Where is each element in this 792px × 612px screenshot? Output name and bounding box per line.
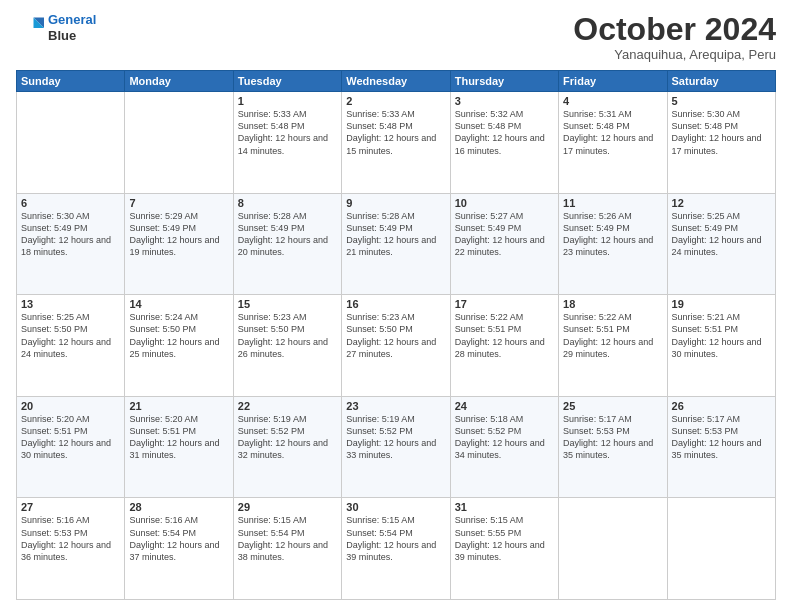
day-number: 24 bbox=[455, 400, 554, 412]
day-info: Sunrise: 5:27 AM Sunset: 5:49 PM Dayligh… bbox=[455, 210, 554, 259]
day-number: 8 bbox=[238, 197, 337, 209]
weekday-header-friday: Friday bbox=[559, 71, 667, 92]
calendar-cell: 10Sunrise: 5:27 AM Sunset: 5:49 PM Dayli… bbox=[450, 193, 558, 295]
day-info: Sunrise: 5:23 AM Sunset: 5:50 PM Dayligh… bbox=[346, 311, 445, 360]
day-number: 20 bbox=[21, 400, 120, 412]
calendar: SundayMondayTuesdayWednesdayThursdayFrid… bbox=[16, 70, 776, 600]
calendar-cell bbox=[667, 498, 775, 600]
calendar-cell: 23Sunrise: 5:19 AM Sunset: 5:52 PM Dayli… bbox=[342, 396, 450, 498]
calendar-cell: 16Sunrise: 5:23 AM Sunset: 5:50 PM Dayli… bbox=[342, 295, 450, 397]
location-subtitle: Yanaquihua, Arequipa, Peru bbox=[573, 47, 776, 62]
calendar-cell: 26Sunrise: 5:17 AM Sunset: 5:53 PM Dayli… bbox=[667, 396, 775, 498]
day-number: 5 bbox=[672, 95, 771, 107]
day-number: 30 bbox=[346, 501, 445, 513]
day-info: Sunrise: 5:30 AM Sunset: 5:48 PM Dayligh… bbox=[672, 108, 771, 157]
day-number: 3 bbox=[455, 95, 554, 107]
day-number: 23 bbox=[346, 400, 445, 412]
day-info: Sunrise: 5:15 AM Sunset: 5:54 PM Dayligh… bbox=[238, 514, 337, 563]
calendar-cell: 14Sunrise: 5:24 AM Sunset: 5:50 PM Dayli… bbox=[125, 295, 233, 397]
day-number: 11 bbox=[563, 197, 662, 209]
day-info: Sunrise: 5:20 AM Sunset: 5:51 PM Dayligh… bbox=[129, 413, 228, 462]
day-number: 9 bbox=[346, 197, 445, 209]
day-info: Sunrise: 5:16 AM Sunset: 5:53 PM Dayligh… bbox=[21, 514, 120, 563]
week-row-4: 20Sunrise: 5:20 AM Sunset: 5:51 PM Dayli… bbox=[17, 396, 776, 498]
title-area: October 2024 Yanaquihua, Arequipa, Peru bbox=[573, 12, 776, 62]
day-info: Sunrise: 5:25 AM Sunset: 5:50 PM Dayligh… bbox=[21, 311, 120, 360]
week-row-3: 13Sunrise: 5:25 AM Sunset: 5:50 PM Dayli… bbox=[17, 295, 776, 397]
page: General Blue October 2024 Yanaquihua, Ar… bbox=[0, 0, 792, 612]
day-number: 14 bbox=[129, 298, 228, 310]
calendar-cell: 8Sunrise: 5:28 AM Sunset: 5:49 PM Daylig… bbox=[233, 193, 341, 295]
week-row-1: 1Sunrise: 5:33 AM Sunset: 5:48 PM Daylig… bbox=[17, 92, 776, 194]
day-number: 17 bbox=[455, 298, 554, 310]
logo: General Blue bbox=[16, 12, 96, 43]
calendar-cell: 21Sunrise: 5:20 AM Sunset: 5:51 PM Dayli… bbox=[125, 396, 233, 498]
day-info: Sunrise: 5:18 AM Sunset: 5:52 PM Dayligh… bbox=[455, 413, 554, 462]
day-info: Sunrise: 5:15 AM Sunset: 5:54 PM Dayligh… bbox=[346, 514, 445, 563]
day-info: Sunrise: 5:17 AM Sunset: 5:53 PM Dayligh… bbox=[672, 413, 771, 462]
weekday-header-thursday: Thursday bbox=[450, 71, 558, 92]
calendar-cell: 27Sunrise: 5:16 AM Sunset: 5:53 PM Dayli… bbox=[17, 498, 125, 600]
day-number: 16 bbox=[346, 298, 445, 310]
day-number: 12 bbox=[672, 197, 771, 209]
day-info: Sunrise: 5:22 AM Sunset: 5:51 PM Dayligh… bbox=[563, 311, 662, 360]
weekday-header-wednesday: Wednesday bbox=[342, 71, 450, 92]
calendar-cell: 4Sunrise: 5:31 AM Sunset: 5:48 PM Daylig… bbox=[559, 92, 667, 194]
day-number: 22 bbox=[238, 400, 337, 412]
weekday-header-saturday: Saturday bbox=[667, 71, 775, 92]
day-number: 25 bbox=[563, 400, 662, 412]
day-info: Sunrise: 5:22 AM Sunset: 5:51 PM Dayligh… bbox=[455, 311, 554, 360]
day-info: Sunrise: 5:15 AM Sunset: 5:55 PM Dayligh… bbox=[455, 514, 554, 563]
day-number: 31 bbox=[455, 501, 554, 513]
day-info: Sunrise: 5:17 AM Sunset: 5:53 PM Dayligh… bbox=[563, 413, 662, 462]
calendar-cell: 6Sunrise: 5:30 AM Sunset: 5:49 PM Daylig… bbox=[17, 193, 125, 295]
calendar-cell: 24Sunrise: 5:18 AM Sunset: 5:52 PM Dayli… bbox=[450, 396, 558, 498]
calendar-cell: 15Sunrise: 5:23 AM Sunset: 5:50 PM Dayli… bbox=[233, 295, 341, 397]
day-number: 19 bbox=[672, 298, 771, 310]
calendar-cell: 22Sunrise: 5:19 AM Sunset: 5:52 PM Dayli… bbox=[233, 396, 341, 498]
week-row-5: 27Sunrise: 5:16 AM Sunset: 5:53 PM Dayli… bbox=[17, 498, 776, 600]
header: General Blue October 2024 Yanaquihua, Ar… bbox=[16, 12, 776, 62]
day-info: Sunrise: 5:30 AM Sunset: 5:49 PM Dayligh… bbox=[21, 210, 120, 259]
calendar-cell: 3Sunrise: 5:32 AM Sunset: 5:48 PM Daylig… bbox=[450, 92, 558, 194]
day-info: Sunrise: 5:16 AM Sunset: 5:54 PM Dayligh… bbox=[129, 514, 228, 563]
calendar-cell: 2Sunrise: 5:33 AM Sunset: 5:48 PM Daylig… bbox=[342, 92, 450, 194]
day-number: 13 bbox=[21, 298, 120, 310]
day-number: 26 bbox=[672, 400, 771, 412]
weekday-header-sunday: Sunday bbox=[17, 71, 125, 92]
calendar-cell: 20Sunrise: 5:20 AM Sunset: 5:51 PM Dayli… bbox=[17, 396, 125, 498]
calendar-cell: 25Sunrise: 5:17 AM Sunset: 5:53 PM Dayli… bbox=[559, 396, 667, 498]
calendar-cell: 11Sunrise: 5:26 AM Sunset: 5:49 PM Dayli… bbox=[559, 193, 667, 295]
day-info: Sunrise: 5:23 AM Sunset: 5:50 PM Dayligh… bbox=[238, 311, 337, 360]
day-number: 21 bbox=[129, 400, 228, 412]
day-number: 28 bbox=[129, 501, 228, 513]
logo-text: General Blue bbox=[48, 12, 96, 43]
day-info: Sunrise: 5:29 AM Sunset: 5:49 PM Dayligh… bbox=[129, 210, 228, 259]
calendar-cell bbox=[125, 92, 233, 194]
day-number: 4 bbox=[563, 95, 662, 107]
calendar-cell: 29Sunrise: 5:15 AM Sunset: 5:54 PM Dayli… bbox=[233, 498, 341, 600]
day-number: 27 bbox=[21, 501, 120, 513]
calendar-cell: 12Sunrise: 5:25 AM Sunset: 5:49 PM Dayli… bbox=[667, 193, 775, 295]
day-info: Sunrise: 5:19 AM Sunset: 5:52 PM Dayligh… bbox=[238, 413, 337, 462]
calendar-cell: 18Sunrise: 5:22 AM Sunset: 5:51 PM Dayli… bbox=[559, 295, 667, 397]
calendar-cell bbox=[559, 498, 667, 600]
calendar-cell: 30Sunrise: 5:15 AM Sunset: 5:54 PM Dayli… bbox=[342, 498, 450, 600]
day-info: Sunrise: 5:21 AM Sunset: 5:51 PM Dayligh… bbox=[672, 311, 771, 360]
weekday-header-tuesday: Tuesday bbox=[233, 71, 341, 92]
day-number: 7 bbox=[129, 197, 228, 209]
day-info: Sunrise: 5:31 AM Sunset: 5:48 PM Dayligh… bbox=[563, 108, 662, 157]
day-info: Sunrise: 5:26 AM Sunset: 5:49 PM Dayligh… bbox=[563, 210, 662, 259]
day-number: 18 bbox=[563, 298, 662, 310]
weekday-header-monday: Monday bbox=[125, 71, 233, 92]
day-info: Sunrise: 5:28 AM Sunset: 5:49 PM Dayligh… bbox=[238, 210, 337, 259]
month-title: October 2024 bbox=[573, 12, 776, 47]
day-info: Sunrise: 5:28 AM Sunset: 5:49 PM Dayligh… bbox=[346, 210, 445, 259]
header-row: SundayMondayTuesdayWednesdayThursdayFrid… bbox=[17, 71, 776, 92]
day-number: 29 bbox=[238, 501, 337, 513]
day-info: Sunrise: 5:25 AM Sunset: 5:49 PM Dayligh… bbox=[672, 210, 771, 259]
calendar-cell: 31Sunrise: 5:15 AM Sunset: 5:55 PM Dayli… bbox=[450, 498, 558, 600]
calendar-cell: 17Sunrise: 5:22 AM Sunset: 5:51 PM Dayli… bbox=[450, 295, 558, 397]
day-number: 6 bbox=[21, 197, 120, 209]
day-number: 10 bbox=[455, 197, 554, 209]
